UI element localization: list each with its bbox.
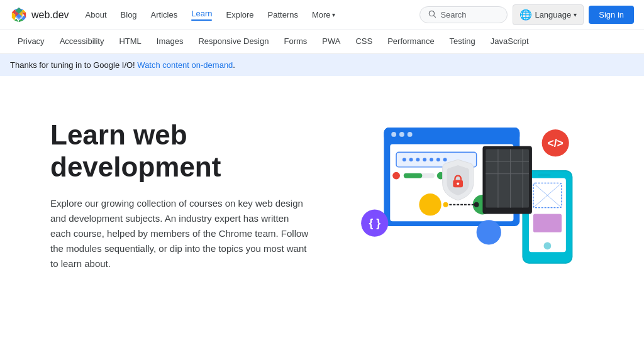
logo-text: web.dev (31, 9, 69, 21)
svg-point-6 (399, 132, 404, 137)
nav-more[interactable]: More ▾ (306, 6, 341, 23)
secondary-nav-pwa[interactable]: PWA (314, 30, 348, 54)
svg-text:{ }: { } (369, 217, 380, 229)
svg-point-30 (474, 202, 479, 207)
hero-image: { } </> (335, 101, 594, 290)
search-placeholder: Search (440, 10, 466, 19)
svg-text:</>: </> (547, 137, 564, 150)
secondary-nav-accessibility[interactable]: Accessibility (52, 30, 112, 54)
announcement-banner: Thanks for tuning in to Google I/O! Watc… (0, 54, 644, 76)
svg-rect-19 (404, 173, 422, 178)
svg-point-11 (409, 158, 413, 161)
nav-articles[interactable]: Articles (145, 6, 184, 23)
secondary-nav-javascript[interactable]: JavaScript (483, 30, 536, 54)
svg-point-29 (443, 202, 448, 207)
globe-icon: 🌐 (519, 9, 532, 21)
nav-learn[interactable]: Learn (185, 5, 218, 24)
svg-point-15 (436, 158, 440, 161)
hero-text: Learn webdevelopment Explore our growing… (50, 119, 309, 271)
announcement-link[interactable]: Watch content on-demand (137, 60, 233, 70)
search-box[interactable]: Search (419, 6, 508, 23)
hero-section: Learn webdevelopment Explore our growing… (0, 76, 644, 315)
svg-point-22 (457, 182, 459, 185)
nav-patterns[interactable]: Patterns (262, 6, 304, 23)
announcement-text: Thanks for tuning in to Google I/O! (10, 60, 137, 70)
secondary-nav-performance[interactable]: Performance (380, 30, 441, 54)
secondary-nav: Privacy Accessibility HTML Images Respon… (0, 30, 644, 54)
top-nav: web.dev About Blog Articles Learn Explor… (0, 0, 644, 30)
secondary-nav-privacy[interactable]: Privacy (10, 30, 52, 54)
chevron-down-icon: ▾ (574, 11, 577, 18)
nav-about[interactable]: About (79, 6, 113, 23)
svg-point-1 (430, 11, 435, 16)
svg-point-10 (402, 158, 406, 161)
nav-links: About Blog Articles Learn Explore Patter… (79, 5, 415, 24)
nav-blog[interactable]: Blog (114, 6, 143, 23)
secondary-nav-testing[interactable]: Testing (442, 30, 483, 54)
search-icon (428, 9, 436, 20)
language-label: Language (535, 10, 571, 19)
svg-point-13 (423, 158, 426, 161)
nav-right: Search 🌐 Language ▾ Sign in (419, 4, 634, 25)
svg-line-2 (434, 16, 436, 18)
svg-rect-33 (538, 174, 551, 177)
secondary-nav-images[interactable]: Images (149, 30, 191, 54)
svg-point-38 (544, 242, 552, 250)
chevron-down-icon: ▾ (332, 11, 335, 18)
logo[interactable]: web.dev (10, 6, 69, 24)
svg-point-7 (408, 132, 413, 137)
svg-point-5 (391, 132, 396, 137)
secondary-nav-forms[interactable]: Forms (276, 30, 314, 54)
svg-rect-37 (533, 214, 562, 232)
hero-illustration: { } </> (335, 107, 594, 283)
svg-point-14 (430, 158, 433, 161)
svg-point-16 (443, 158, 447, 161)
language-button[interactable]: 🌐 Language ▾ (513, 4, 584, 25)
secondary-nav-html[interactable]: HTML (111, 30, 148, 54)
svg-point-23 (419, 193, 441, 215)
sign-in-button[interactable]: Sign in (589, 6, 634, 24)
announcement-suffix: . (233, 60, 235, 70)
svg-point-12 (416, 158, 419, 161)
secondary-nav-responsive[interactable]: Responsive Design (191, 30, 276, 54)
hero-description: Explore our growing collection of course… (50, 196, 309, 271)
svg-point-17 (392, 172, 400, 180)
secondary-nav-css[interactable]: CSS (348, 30, 380, 54)
hero-title: Learn webdevelopment (50, 119, 309, 183)
svg-point-25 (477, 220, 501, 244)
nav-explore[interactable]: Explore (219, 6, 260, 23)
